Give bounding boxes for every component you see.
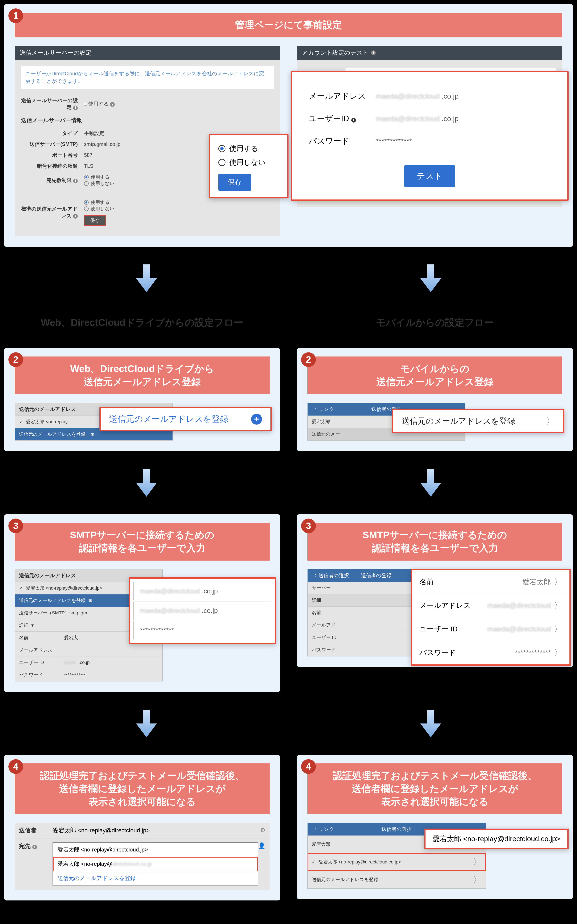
step3-badge: 3 xyxy=(8,519,23,533)
userid-input[interactable]: maeda@directcloud .co.jp xyxy=(134,601,271,620)
chevron-down-icon[interactable]: ▾ xyxy=(31,622,34,628)
step1-left-zoom: 使用する 使用しない 保存 xyxy=(209,134,288,198)
default-use-radio[interactable]: 使用する xyxy=(84,199,110,206)
arrow-down-icon xyxy=(419,709,442,738)
step3-right-zoom: 名前愛宕太郎〉 メールアドレスmaeda@directcloud〉 ユーザー I… xyxy=(411,569,571,666)
step4-badge-r: 4 xyxy=(301,759,316,774)
dropdown-item-selected[interactable]: 愛宕太郎 <no-replay@directcloud.co.jp xyxy=(53,857,258,871)
zoom-save-button[interactable]: 保存 xyxy=(218,174,251,191)
arrow-down-icon xyxy=(135,709,158,738)
compose-mock: 送信者 愛宕太郎 <no-replay@directcloud.jp> ⚙ 宛先… xyxy=(15,823,269,890)
s1-left-header: 送信メールサーバーの設定 xyxy=(15,46,280,60)
uid-row[interactable]: ユーザー IDmaeda@directcloud〉 xyxy=(412,617,569,641)
step3-title-r: SMTPサーバーに接続するための認証情報を各ユーザーで入力 xyxy=(308,523,562,561)
info-icon: i xyxy=(351,118,356,123)
arrow-down-icon xyxy=(135,264,158,293)
info-icon: i xyxy=(110,102,115,107)
step1-right: アカウント設定のテスト i メールアドレス ユーザーID メールアドレスmaed… xyxy=(297,46,562,207)
arrow-down-icon xyxy=(419,468,442,498)
arrows-after-2 xyxy=(4,464,573,502)
step1-left: 送信メールサーバーの設定 ユーザーがDirectCloudからメール送信をする際… xyxy=(15,46,280,236)
step4-left-panel: 4 認証処理完了およびテストメール受信確認後、送信者欄に登録したメールアドレスが… xyxy=(4,755,280,900)
pw-row[interactable]: パスワード*************〉 xyxy=(412,641,569,664)
info-icon: i xyxy=(32,845,37,849)
step2-left-callout[interactable]: 送信元のメールアドレスを登録 + xyxy=(99,407,272,431)
step1-badge: 1 xyxy=(8,8,23,23)
chevron-right-icon: 〉 xyxy=(554,600,562,611)
info-icon: i xyxy=(73,214,78,219)
contacts-icon[interactable]: 👤 xyxy=(258,842,265,849)
arrow-down-icon xyxy=(135,468,158,498)
check-icon: ✓ xyxy=(19,419,23,424)
use-checkbox[interactable] xyxy=(84,103,87,105)
chevron-right-icon: 〉 xyxy=(554,576,562,588)
plus-icon: ⊕ xyxy=(89,598,92,603)
step4-title: 認証処理完了およびテストメール受信確認後、送信者欄に登録したメールアドレスが表示… xyxy=(15,763,269,814)
step4-right-callout: 愛宕太郎 <no-replay@directcloud.co.jp> xyxy=(424,829,569,849)
step3-badge-r: 3 xyxy=(301,519,316,533)
name-row[interactable]: 名前愛宕太郎〉 xyxy=(412,570,569,594)
email-input[interactable]: maeda@directcloud .co.jp xyxy=(134,582,271,600)
back-link[interactable]: 〈 リンク xyxy=(312,406,334,413)
step2-left-title: Web、DirectCloudドライブから 送信元メールアドレス登録 xyxy=(15,356,269,394)
info-icon: i xyxy=(371,50,376,55)
step2-badge-r: 2 xyxy=(301,352,316,367)
sender-dropdown[interactable]: 愛宕太郎 <no-replay@directcloud.jp> 愛宕太郎 <no… xyxy=(53,842,258,886)
plus-icon: ⊕ xyxy=(90,432,94,437)
test-button[interactable]: テスト xyxy=(404,165,455,187)
step1-right-zoom: メールアドレスmaeda@directcloud .co.jp ユーザーID i… xyxy=(291,71,569,201)
s1-setting-label: 送信メールサーバーの設定 xyxy=(21,98,78,110)
step3-left-panel: 3 SMTPサーバーに接続するための認証情報を各ユーザーで入力 送信元のメールア… xyxy=(4,514,280,692)
mail-row[interactable]: メールアドレスmaeda@directcloud〉 xyxy=(412,594,569,617)
zoom-use-radio[interactable]: 使用する xyxy=(218,142,279,156)
step2-left-panel: 2 Web、DirectCloudドライブから 送信元メールアドレス登録 送信元… xyxy=(4,348,280,451)
step3-right-panel: 3 SMTPサーバーに接続するための認証情報を各ユーザーで入力 〈 送信者の選択… xyxy=(297,514,573,667)
s1-section-info: 送信メールサーバー情報 xyxy=(21,113,274,128)
step3-title: SMTPサーバーに接続するための認証情報を各ユーザーで入力 xyxy=(15,523,269,561)
step1-title: 管理ページにて事前設定 xyxy=(15,13,562,37)
branch-right-title: モバイルからの設定フロー xyxy=(297,310,573,335)
chevron-right-icon: 〉 xyxy=(473,856,481,868)
zoom-nouse-radio[interactable]: 使用しない xyxy=(218,156,279,169)
info-icon: i xyxy=(73,105,78,110)
step4-badge: 4 xyxy=(8,759,23,774)
info-icon: i xyxy=(73,179,78,183)
step2-badge: 2 xyxy=(8,352,23,367)
default-nouse-radio[interactable]: 使用しない xyxy=(84,206,114,212)
arrows-after-1 xyxy=(4,260,573,297)
chevron-right-icon: 〉 xyxy=(554,623,562,635)
arrows-after-3 xyxy=(4,705,573,742)
step4-title-r: 認証処理完了およびテストメール受信確認後、送信者欄に登録したメールアドレスが表示… xyxy=(308,763,562,814)
chevron-right-icon: 〉 xyxy=(473,874,481,885)
back-link[interactable]: 〈 送信者の選択 xyxy=(312,572,349,579)
check-icon: ✓ xyxy=(312,859,316,865)
branch-left-title: Web、DirectCloudドライブからの設定フロー xyxy=(4,310,280,335)
plus-icon: + xyxy=(251,414,262,424)
step1-panel: 1 管理ページにて事前設定 送信メールサーバーの設定 ユーザーがDirectCl… xyxy=(4,4,573,247)
step2-right-title: モバイルからの 送信元メールアドレス登録 xyxy=(308,356,562,394)
back-link[interactable]: 〈 リンク xyxy=(312,826,334,832)
s1-info-banner: ユーザーがDirectCloudからメール送信をする際に、送信元メールアドレスを… xyxy=(21,66,274,89)
limit-nouse-radio[interactable]: 使用しない xyxy=(84,181,114,187)
step2-right-callout[interactable]: 送信元のメールアドレスを登録 〉 xyxy=(392,409,564,433)
gear-icon[interactable]: ⚙ xyxy=(260,826,265,834)
check-icon: ✓ xyxy=(19,585,23,591)
arrow-down-icon xyxy=(419,264,442,293)
step3-left-zoom: maeda@directcloud .co.jp maeda@directclo… xyxy=(129,577,276,644)
branch-titles: Web、DirectCloudドライブからの設定フロー モバイルからの設定フロー xyxy=(4,310,573,335)
s1-right-header: アカウント設定のテスト i xyxy=(297,46,562,60)
chevron-right-icon: 〉 xyxy=(546,415,555,427)
mini-save-button[interactable]: 保存 xyxy=(84,215,106,226)
chevron-right-icon: 〉 xyxy=(554,647,562,658)
dropdown-item-register[interactable]: 送信元のメールアドレスを登録 xyxy=(53,871,258,885)
password-input[interactable]: ************* xyxy=(134,621,271,639)
step2-right-panel: 2 モバイルからの 送信元メールアドレス登録 〈 リンク 送信者の選択 愛宕太郎… xyxy=(297,348,573,451)
limit-use-radio[interactable]: 使用する xyxy=(84,174,110,181)
step4-right-panel: 4 認証処理完了およびテストメール受信確認後、送信者欄に登録したメールアドレスが… xyxy=(297,755,573,899)
dropdown-item[interactable]: 愛宕太郎 <no-replay@directcloud.jp> xyxy=(53,843,258,857)
